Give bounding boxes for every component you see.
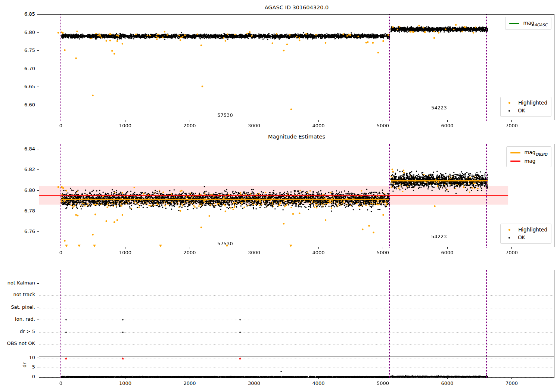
y-tick-label: 6.76 <box>16 228 35 234</box>
y-tick-mark <box>37 105 39 105</box>
y-tick-mark <box>37 87 39 87</box>
x-tick-mark <box>125 120 125 122</box>
legend-mag-obsid: magOBSID mag <box>506 146 551 167</box>
legend-label-ok: OK <box>518 234 525 242</box>
x-tick-label: 3000 <box>248 380 260 386</box>
y-tick-mark <box>37 377 39 377</box>
dr-tick-label: 10 <box>16 355 35 360</box>
x-tick-label: 2000 <box>183 380 196 386</box>
x-tick-label: 5000 <box>377 380 389 386</box>
y-tick-mark <box>37 14 39 15</box>
y-tick-label: 6.80 <box>16 29 35 35</box>
x-tick-mark <box>61 378 61 379</box>
x-tick-mark <box>318 247 319 249</box>
x-tick-mark <box>61 120 61 122</box>
obsid-divider-line <box>60 15 61 121</box>
x-tick-label: 7000 <box>505 380 518 386</box>
x-tick-mark <box>383 378 383 379</box>
plot-title-agasc: AGASC ID 301604320.0 <box>39 4 554 10</box>
y-tick-mark <box>37 231 39 232</box>
x-tick-mark <box>447 247 448 249</box>
x-tick-label: 6000 <box>441 380 453 386</box>
x-tick-mark <box>511 247 512 249</box>
legend-label-mag-agasc: magAGASC <box>523 19 547 28</box>
dr-tick-label: 5 <box>16 364 35 370</box>
obsid-divider-line <box>60 144 61 248</box>
x-tick-mark <box>447 378 448 379</box>
legend-label-highlighted: Highlighted <box>518 226 547 234</box>
y-tick-label: 6.70 <box>16 66 35 71</box>
obsid-divider-line <box>389 15 390 121</box>
highlighted-dot-swatch <box>508 229 510 231</box>
flag-category-label: OBS not OK <box>0 340 35 346</box>
x-tick-label: 1000 <box>119 123 131 128</box>
y-tick-label: 6.78 <box>16 208 35 214</box>
y-tick-label: 6.82 <box>16 167 35 172</box>
scatter-canvas-flags <box>39 270 554 377</box>
y-tick-mark <box>37 32 39 33</box>
y-tick-mark <box>37 295 39 295</box>
obsid-divider-line <box>60 270 61 378</box>
obsid-divider-line <box>486 144 487 248</box>
x-tick-mark <box>61 247 61 249</box>
legend-mag-agasc: magAGASC <box>505 17 551 30</box>
ok-dot-swatch <box>508 237 510 239</box>
obsid-divider-line <box>486 270 487 378</box>
x-tick-mark <box>511 120 512 122</box>
x-tick-label: 2000 <box>183 123 196 128</box>
x-tick-mark <box>125 378 125 379</box>
y-tick-mark <box>37 367 39 367</box>
x-tick-label: 2000 <box>183 250 196 255</box>
x-tick-label: 3000 <box>248 123 260 128</box>
x-tick-label: 0 <box>59 380 62 386</box>
x-tick-mark <box>190 378 190 379</box>
x-tick-mark <box>190 247 190 249</box>
obsid-divider-line <box>486 15 487 121</box>
y-tick-mark <box>37 169 39 170</box>
plot-flags: dr <box>39 270 554 378</box>
plot-magnitude-estimates: magOBSID mag Highlighted OK 5753054223 <box>39 144 554 247</box>
legend-series-top: Highlighted OK <box>500 97 551 117</box>
obsid-annotation: 57530 <box>217 112 233 118</box>
obsid-divider-line <box>389 144 390 248</box>
x-tick-label: 0 <box>59 123 62 128</box>
x-tick-label: 7000 <box>505 250 518 255</box>
mag-agasc-line-swatch <box>509 23 519 24</box>
x-tick-label: 0 <box>59 250 62 255</box>
plot-mag-agasc: magAGASC Highlighted OK 5753054223 <box>39 14 554 120</box>
dr-tick-label: 0 <box>16 374 35 379</box>
flag-category-label: not track <box>0 292 35 297</box>
x-tick-label: 3000 <box>248 250 260 255</box>
y-tick-mark <box>37 69 39 69</box>
y-tick-mark <box>37 149 39 149</box>
flag-category-label: dr > 5 <box>0 329 35 334</box>
obsid-annotation: 54223 <box>431 105 447 110</box>
x-tick-label: 7000 <box>505 123 518 128</box>
x-tick-label: 1000 <box>119 380 131 386</box>
x-tick-mark <box>254 120 254 122</box>
x-tick-mark <box>383 247 383 249</box>
x-tick-label: 6000 <box>441 250 453 255</box>
x-tick-mark <box>447 120 448 122</box>
x-tick-mark <box>254 378 254 379</box>
scatter-canvas-agasc <box>39 15 554 120</box>
legend-label-highlighted: Highlighted <box>518 99 547 107</box>
y-tick-mark <box>37 344 39 344</box>
y-tick-mark <box>37 190 39 191</box>
legend-label-ok: OK <box>518 107 525 115</box>
x-tick-label: 4000 <box>312 123 324 128</box>
x-tick-label: 5000 <box>377 250 389 255</box>
x-tick-mark <box>318 378 319 379</box>
figure: AGASC ID 301604320.0 magAGASC Highlighte… <box>0 0 560 392</box>
legend-label-mag: mag <box>524 157 535 165</box>
x-tick-mark <box>254 247 254 249</box>
highlighted-dot-swatch <box>508 102 510 104</box>
x-tick-label: 1000 <box>119 250 131 255</box>
x-tick-mark <box>125 247 125 249</box>
scatter-canvas-estimates <box>39 144 554 247</box>
flag-category-label: not Kalman <box>0 280 35 286</box>
y-tick-mark <box>37 308 39 308</box>
y-tick-label: 6.65 <box>16 84 35 89</box>
plot-title-magnitude-estimates: Magnitude Estimates <box>39 134 554 140</box>
legend-series-middle: Highlighted OK <box>500 224 551 244</box>
